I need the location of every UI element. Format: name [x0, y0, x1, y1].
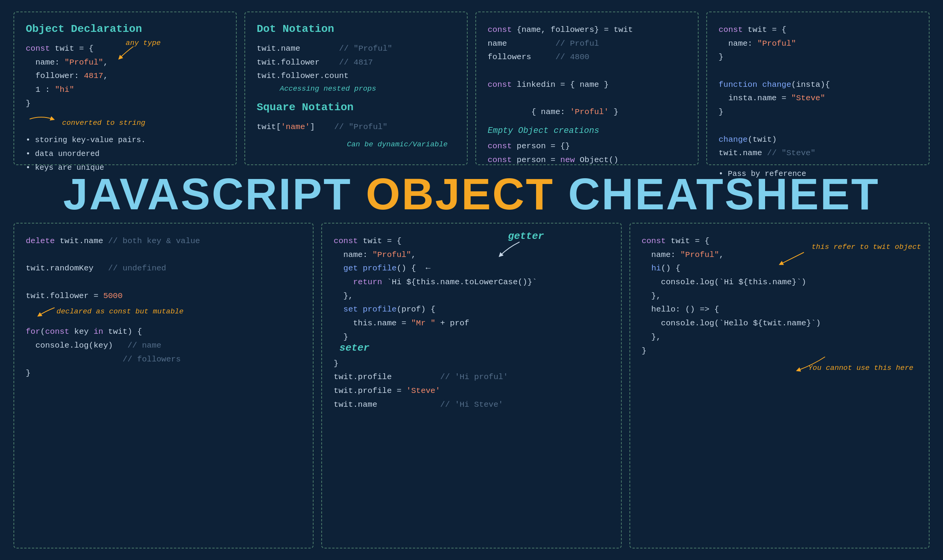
card-title-object-declaration: Object Declaration [26, 23, 224, 35]
card-getter-setter: getter const twit = { name: "Proful", ge… [321, 223, 621, 548]
annotation-nested: Accessing nested props [280, 84, 455, 93]
card-dot-notation: Dot Notation twit.name // "Proful" twit.… [244, 12, 468, 165]
code-getter-setter-usage: } twit.profile // 'Hi proful' twit.profi… [334, 357, 609, 412]
code-delete: delete twit.name // both key & value twi… [26, 234, 301, 303]
pass-by-ref-note: Pass by reference [719, 167, 917, 181]
top-row: Object Declaration const twit = { name: … [13, 12, 930, 165]
title-javascript: JAVASCRIPT [63, 169, 366, 219]
setter-label: seter [339, 342, 609, 354]
arrow-mutable [37, 306, 56, 317]
code-pass-by-ref: const twit = { name: "Proful" } function… [719, 23, 917, 160]
annotation-mutable-container: declared as const but mutable [37, 306, 301, 317]
arrow-this-ref [777, 250, 808, 266]
arrow-getter [496, 240, 527, 259]
annotation-dynamic: Can be dynamic/Variable [257, 140, 455, 149]
bullet-storing: storing key-value pairs. [26, 133, 224, 147]
card-this-keyword: this refer to twit object const twit = {… [629, 223, 930, 548]
getter-label: getter [508, 230, 544, 242]
card-title-square-notation: Square Notation [257, 101, 455, 113]
bullet-unordered: data unordered [26, 147, 224, 161]
code-square-notation: twit['name'] // "Proful" [257, 120, 455, 134]
annotation-this-ref: this refer to twit object [812, 243, 921, 251]
arrow-cannot [794, 353, 840, 372]
bullet-unique: keys are unique [26, 161, 224, 175]
bottom-row: delete twit.name // both key & value twi… [13, 223, 930, 548]
card-object-declaration: Object Declaration const twit = { name: … [13, 12, 237, 165]
main-container: Object Declaration const twit = { name: … [0, 0, 943, 560]
code-destructuring: const {name, followers} = twit name // P… [488, 23, 686, 119]
code-getter-setter: const twit = { name: "Proful", get profi… [334, 234, 609, 344]
annotation-cannot-use-this: You cannot use this here [642, 364, 917, 372]
bullet-pass-by-ref: Pass by reference [719, 167, 917, 181]
card-delete-loop: delete twit.name // both key & value twi… [13, 223, 314, 548]
bullet-list-object: storing key-value pairs. data unordered … [26, 133, 224, 175]
arrow-converted [26, 113, 56, 125]
card-title-dot-notation: Dot Notation [257, 23, 455, 35]
code-dot-notation: twit.name // "Proful" twit.follower // 4… [257, 42, 455, 83]
arrow-any-type [118, 45, 141, 60]
card-destructuring: const {name, followers} = twit name // P… [475, 12, 699, 165]
title-object: OBJECT [366, 169, 554, 219]
code-for-loop: for(const key in twit) { console.log(key… [26, 325, 301, 380]
annotation-mutable: declared as const but mutable [56, 307, 184, 316]
code-empty-object: const person = {} const person = new Obj… [488, 139, 686, 167]
card-pass-by-ref: const twit = { name: "Proful" } function… [706, 12, 930, 165]
empty-object-label: Empty Object creations [488, 126, 686, 136]
annotation-converted: converted to string [26, 113, 224, 127]
annotation-any-type: any type [126, 39, 161, 47]
